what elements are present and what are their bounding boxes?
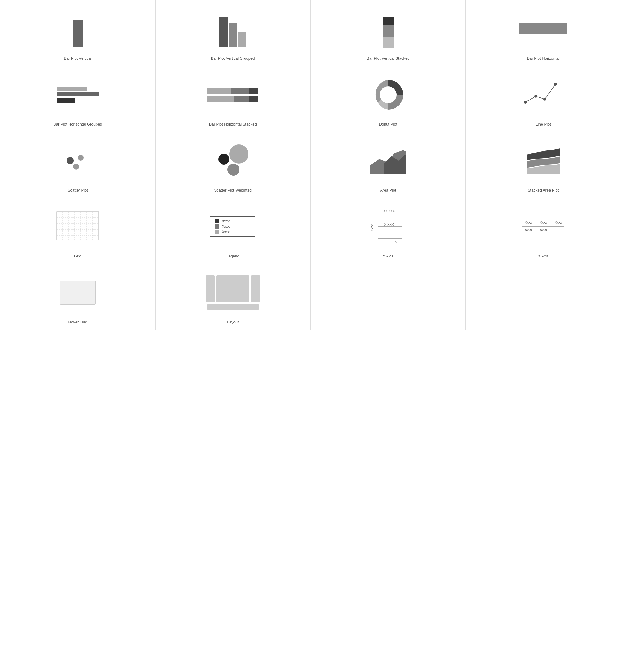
legend-label-3: Xxxx [222,230,230,234]
icon-donut [314,72,463,117]
cell-empty-1 [311,264,466,330]
svg-point-9 [229,144,248,164]
legend-item-1: Xxxx [215,219,251,223]
cell-bar-h[interactable]: Bar Plot Horizontal [466,0,621,66]
legend-label-1: Xxxx [222,219,230,223]
label-area: Area Plot [380,188,396,193]
icon-bar-vs [314,6,463,51]
icon-line [469,72,618,117]
icon-grid [3,204,152,249]
svg-point-3 [543,98,546,101]
cell-y-axis[interactable]: XX,XXX X,XXX X Xxxx Y Axis [311,198,466,264]
cell-hover-flag[interactable]: Hover Flag [0,264,156,330]
icon-bar-v [3,6,152,51]
legend-item-2: Xxxx [215,224,251,229]
cell-bar-vs[interactable]: Bar Plot Vertical Stacked [311,0,466,66]
svg-text:Xxxx: Xxxx [525,228,532,232]
label-layout: Layout [227,320,239,324]
cell-bar-v[interactable]: Bar Plot Vertical [0,0,156,66]
label-legend: Legend [226,254,239,258]
label-x-axis: X Axis [538,254,549,258]
legend-label-2: Xxxx [222,224,230,229]
svg-text:X: X [395,240,397,244]
icon-area [314,138,463,183]
svg-text:XX,XXX: XX,XXX [383,209,395,213]
legend-swatch-2 [215,224,219,229]
icon-layout [159,270,307,315]
svg-point-5 [67,157,74,164]
label-scatter: Scatter Plot [68,188,88,193]
label-bar-hs: Bar Plot Horizontal Stacked [209,122,257,126]
label-scatter-w: Scatter Plot Weighted [214,188,252,193]
icon-y-axis: XX,XXX X,XXX X Xxxx [314,204,463,249]
icon-bar-h [469,6,618,51]
cell-layout[interactable]: Layout [156,264,311,330]
cell-bar-hg[interactable]: Bar Plot Horizontal Grouped [0,66,156,132]
cell-legend[interactable]: Xxxx Xxxx Xxxx Legend [156,198,311,264]
icon-bar-vg [159,6,307,51]
label-y-axis: Y Axis [383,254,394,258]
cell-bar-hs[interactable]: Bar Plot Horizontal Stacked [156,66,311,132]
legend-swatch-3 [215,230,219,234]
svg-text:Xxxx: Xxxx [525,221,532,224]
svg-point-6 [78,155,84,161]
svg-point-4 [554,83,557,86]
cell-x-axis[interactable]: Xxxx Xxxx Xxxx Xxxx Xxxx X Axis [466,198,621,264]
cell-empty-2 [466,264,621,330]
cell-area[interactable]: Area Plot [311,132,466,198]
svg-point-1 [524,101,527,104]
icon-bar-hs [159,72,307,117]
svg-text:Xxxx: Xxxx [370,224,374,232]
cell-bar-vg[interactable]: Bar Plot Vertical Grouped [156,0,311,66]
label-bar-vs: Bar Plot Vertical Stacked [367,56,409,60]
svg-text:Xxxx: Xxxx [540,221,547,224]
cell-stacked-area[interactable]: Stacked Area Plot [466,132,621,198]
svg-point-8 [218,154,229,165]
icon-legend: Xxxx Xxxx Xxxx [159,204,307,249]
svg-rect-16 [57,212,98,240]
icon-hover-flag [3,270,152,315]
label-bar-v: Bar Plot Vertical [64,56,92,60]
legend-item-3: Xxxx [215,230,251,234]
svg-point-0 [380,86,397,103]
legend-swatch-1 [215,219,219,223]
svg-text:X,XXX: X,XXX [384,223,394,226]
icon-bar-hg [3,72,152,117]
icon-stacked-area [469,138,618,183]
hover-flag-box [59,281,96,304]
icon-scatter-w [159,138,307,183]
cell-donut[interactable]: Donut Plot [311,66,466,132]
cell-grid[interactable]: Grid [0,198,156,264]
label-stacked-area: Stacked Area Plot [528,188,558,193]
cell-line[interactable]: Line Plot [466,66,621,132]
icon-x-axis: Xxxx Xxxx Xxxx Xxxx Xxxx [469,204,618,249]
label-bar-h: Bar Plot Horizontal [527,56,559,60]
label-line: Line Plot [536,122,551,126]
chart-type-grid: Bar Plot Vertical Bar Plot Vertical Grou… [0,0,621,330]
svg-text:Xxxx: Xxxx [555,221,562,224]
label-donut: Donut Plot [379,122,398,126]
label-hover-flag: Hover Flag [68,320,87,324]
cell-scatter[interactable]: Scatter Plot [0,132,156,198]
svg-point-10 [227,164,240,176]
svg-point-7 [73,164,79,170]
svg-point-2 [534,95,537,98]
label-bar-vg: Bar Plot Vertical Grouped [211,56,255,60]
cell-scatter-w[interactable]: Scatter Plot Weighted [156,132,311,198]
icon-scatter [3,138,152,183]
label-bar-hg: Bar Plot Horizontal Grouped [53,122,102,126]
svg-text:Xxxx: Xxxx [540,228,547,232]
label-grid: Grid [74,254,82,258]
